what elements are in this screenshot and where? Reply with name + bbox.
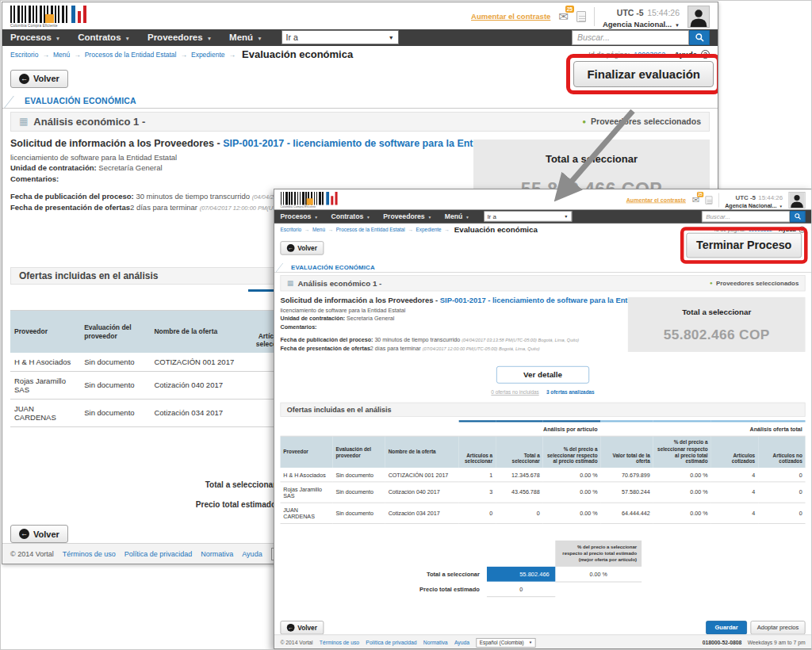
- cell: 3: [459, 482, 496, 503]
- total-to-select-box: Total a seleccionar 55.802.466 COP: [628, 297, 806, 352]
- language-select[interactable]: Español (Colombia)▼: [476, 638, 536, 648]
- cell: Sin documento: [333, 503, 385, 523]
- back-button-bottom[interactable]: ← Volver: [281, 621, 324, 634]
- status-badge: Proveedores seleccionados: [716, 280, 799, 287]
- breadcrumb-expediente[interactable]: Expediente: [191, 51, 225, 59]
- footer-privacy-link[interactable]: Política de privacidad: [124, 550, 193, 558]
- cell: COTIZACIÓN 001 2017: [385, 468, 459, 482]
- tab-evaluacion-economica[interactable]: EVALUACIÓN ECONÓMICA: [25, 96, 136, 105]
- cell: 0: [758, 468, 806, 482]
- submission-date-label: Fecha de presentación de ofertas: [281, 345, 370, 351]
- increase-contrast-link[interactable]: Aumentar el contraste: [626, 197, 686, 203]
- breadcrumb-expediente[interactable]: Expediente: [416, 227, 442, 233]
- header-divider: [718, 193, 719, 207]
- search-input[interactable]: [702, 211, 790, 222]
- cell: 4: [710, 482, 758, 503]
- save-button[interactable]: Guardar: [706, 621, 747, 634]
- col-header: % del precio a seleccionar respecto al p…: [653, 436, 710, 468]
- goto-select[interactable]: Ir a▼: [484, 211, 572, 222]
- nav-procesos[interactable]: Procesos▼: [281, 212, 318, 220]
- footer-normativa-link[interactable]: Normativa: [201, 550, 233, 558]
- footer-help-link[interactable]: Ayuda: [454, 640, 469, 646]
- clock-time: 15:44:26: [758, 193, 783, 201]
- tab-evaluacion-economica[interactable]: EVALUACIÓN ECONÓMICA: [291, 263, 375, 270]
- increase-contrast-link[interactable]: Aumentar el contraste: [471, 12, 550, 21]
- breadcrumb-menu[interactable]: Menú: [312, 227, 325, 233]
- back-button[interactable]: ← Volver: [10, 70, 68, 88]
- status-dot-icon: ●: [582, 118, 586, 125]
- footer-terms-link[interactable]: Términos de uso: [320, 640, 359, 646]
- toolbar: ← Volver Terminar Proceso: [274, 236, 811, 260]
- tab-analysis-total-offer[interactable]: Análisis oferta total: [600, 422, 805, 437]
- search-icon: [695, 32, 705, 43]
- breadcrumb-escritorio[interactable]: Escritorio: [281, 227, 302, 233]
- primary-action-button[interactable]: Finalizar evaluación: [573, 61, 714, 87]
- colombia-compra-logo: Colombia Compra Eficiente: [281, 192, 343, 208]
- nav-contratos[interactable]: Contratos▼: [331, 212, 370, 220]
- document-icon[interactable]: [576, 11, 586, 22]
- user-avatar[interactable]: [688, 6, 710, 28]
- mail-icon[interactable]: ✉25: [691, 195, 699, 206]
- header-divider: [594, 7, 595, 26]
- cell: 0: [459, 503, 496, 523]
- cell: Sin documento: [333, 482, 385, 503]
- summary-total-label: Total a seleccionar: [48, 475, 285, 495]
- cell: Cotización 040 2017: [150, 371, 247, 399]
- excluded-offers-link[interactable]: 0 ofertas no incluidas: [491, 389, 538, 396]
- goto-select[interactable]: Ir a▼: [282, 30, 399, 44]
- total-to-select-value: 55.802.466 COP: [628, 325, 806, 345]
- breadcrumb-procesos[interactable]: Procesos de la Entidad Estatal: [336, 227, 405, 233]
- nav-menu[interactable]: Menú▼: [229, 32, 262, 42]
- account-selector[interactable]: Agencia Nacional...▼: [603, 20, 680, 29]
- submission-date-detail: (07/04/2017 12:00:00 PM(UTC-05:00) Bogot…: [423, 346, 540, 351]
- account-selector[interactable]: Agencia Nacional...▼: [725, 203, 783, 210]
- tab-strip: EVALUACIÓN ECONÓMICA: [2, 94, 718, 109]
- document-icon[interactable]: [705, 196, 712, 205]
- cell: Cotización 034 2017: [150, 399, 247, 426]
- breadcrumb-menu[interactable]: Menú: [53, 51, 70, 59]
- user-avatar[interactable]: [789, 192, 806, 208]
- group-header-row: Análisis por artículo Análisis oferta to…: [281, 422, 806, 437]
- col-header: % del precio a seleccionar respecto al p…: [542, 436, 600, 468]
- footer-terms-link[interactable]: Términos de uso: [63, 550, 116, 558]
- back-button-bottom[interactable]: ← Volver: [10, 525, 68, 543]
- primary-action-button[interactable]: Terminar Proceso: [686, 233, 802, 258]
- breadcrumb-escritorio[interactable]: Escritorio: [10, 51, 38, 59]
- chevron-down-icon: ▼: [125, 36, 130, 41]
- submission-date-value: 2 días para terminar: [370, 345, 423, 351]
- tab-slant-decor: [276, 263, 291, 272]
- col-header: Evaluación del proveedor: [80, 311, 150, 353]
- notification-badge: 25: [697, 192, 703, 197]
- back-button[interactable]: ← Volver: [281, 241, 324, 254]
- footer-privacy-link[interactable]: Política de privacidad: [366, 640, 416, 646]
- footer-help-link[interactable]: Ayuda: [242, 550, 262, 558]
- cell: 0.00 %: [542, 503, 600, 523]
- cell: Rojas Jaramillo SAS: [10, 371, 80, 399]
- nav-procesos[interactable]: Procesos▼: [10, 32, 60, 42]
- cell: 4: [710, 468, 758, 482]
- analyzed-offers-link[interactable]: 3 ofertas analizadas: [546, 389, 595, 396]
- nav-contratos[interactable]: Contratos▼: [78, 32, 130, 42]
- back-arrow-icon: ←: [287, 624, 295, 632]
- cell: 43.456.788: [496, 482, 543, 503]
- cell: Cotización 040 2017: [385, 482, 459, 503]
- arrow-separator-icon: →: [74, 51, 81, 59]
- utc-offset: UTC -5: [617, 8, 644, 17]
- search-button[interactable]: [689, 30, 710, 45]
- back-arrow-icon: ←: [19, 74, 29, 84]
- nav-proveedores[interactable]: Proveedores▼: [147, 32, 212, 42]
- nav-proveedores[interactable]: Proveedores▼: [383, 212, 431, 220]
- analysis-title: Análisis económico 1 -: [298, 278, 382, 287]
- cell: 0.00 %: [653, 503, 710, 523]
- mail-icon[interactable]: ✉25: [558, 10, 569, 24]
- search-input[interactable]: [572, 30, 689, 45]
- process-title: Solicitud de información a los Proveedor…: [10, 138, 223, 149]
- adopt-prices-button[interactable]: Adoptar precios: [750, 621, 805, 634]
- colombia-compra-logo: Colombia Compra Eficiente: [10, 6, 93, 28]
- search-button[interactable]: [790, 211, 806, 222]
- tab-analysis-by-article[interactable]: Análisis por artículo: [459, 422, 601, 437]
- footer-normativa-link[interactable]: Normativa: [423, 640, 448, 646]
- view-detail-button[interactable]: Ver detalle: [496, 366, 588, 384]
- nav-menu[interactable]: Menú▼: [445, 212, 469, 220]
- breadcrumb-procesos[interactable]: Procesos de la Entidad Estatal: [85, 51, 177, 59]
